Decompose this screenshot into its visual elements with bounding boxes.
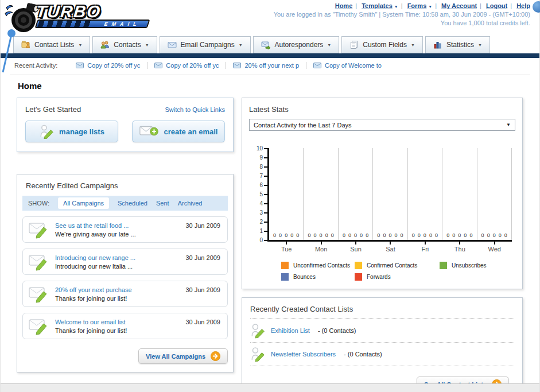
header-right: Home| Templates▼| Forms▼| My Account| Lo… [274, 2, 530, 26]
help-bubble-icon[interactable] [533, 1, 540, 13]
latest-stats-panel: Latest Stats Contact Activity for the La… [242, 98, 523, 289]
top-link-logout[interactable]: Logout [486, 2, 507, 9]
campaign-list-item[interactable]: See us at the retail food ... We're givi… [22, 216, 228, 243]
manage-lists-button[interactable]: manage lists [25, 121, 118, 142]
value-label: 0 [360, 232, 363, 238]
envelope-icon [76, 63, 84, 68]
tab-custom-fields[interactable]: Custom Fields ▼ [341, 36, 423, 53]
y-axis-tick [264, 194, 267, 195]
person-pencil-icon [250, 322, 265, 339]
top-link-label: Templates [362, 2, 393, 9]
value-label: 0 [343, 232, 345, 238]
top-nav: Home| Templates▼| Forms▼| My Account| Lo… [274, 2, 530, 9]
recent-activity-item[interactable]: 20% off your next p [226, 62, 306, 69]
contact-activity-chart: 012345678910 000000000000000000000000000… [252, 148, 512, 253]
header: TURBO EMAIL Home| Templates▼| Forms▼| My… [1, 0, 539, 36]
filter-all-campaigns[interactable]: All Campaigns [58, 197, 109, 209]
campaign-date: 30 Jun 2009 [185, 222, 220, 229]
recent-activity-item[interactable]: Copy of Welcome to [306, 62, 389, 69]
recent-activity-item[interactable]: Copy of 20% off yc [147, 62, 226, 69]
chart-day-group: 00000 [373, 148, 407, 240]
top-link-templates[interactable]: Templates▼ [362, 2, 398, 9]
tab-label: Autoresponders [275, 41, 324, 49]
chart-plot-area: 012345678910 000000000000000000000000000… [252, 148, 512, 242]
value-label: 0 [435, 232, 438, 238]
stats-period-value: Contact Activity for the Last 7 Days [254, 122, 352, 129]
tab-email-campaigns[interactable]: Email Campaigns ▼ [160, 36, 251, 53]
value-label: 0 [308, 232, 310, 238]
top-link-home[interactable]: Home [335, 2, 353, 9]
y-axis-label: 5 [259, 191, 263, 197]
recent-activity-link[interactable]: Copy of Welcome to [325, 62, 382, 69]
value-label: 0 [325, 232, 328, 238]
value-label: 0 [366, 232, 368, 238]
create-email-button[interactable]: create an email [132, 121, 225, 142]
orange-arrow-icon [211, 351, 220, 361]
switch-to-quick-links[interactable]: Switch to Quick Links [165, 106, 225, 113]
tab-label: Contacts [114, 41, 141, 49]
stats-period-select[interactable]: Contact Activity for the Last 7 Days ▼ [249, 119, 515, 131]
campaign-subtitle: Thanks for joining our list! [55, 327, 222, 334]
legend-item: Unconfirmed Contacts [281, 262, 355, 269]
y-axis-tick [264, 222, 267, 223]
filter-scheduled[interactable]: Scheduled [118, 200, 147, 207]
recent-activity-label: Recent Activity: [14, 62, 57, 69]
recent-activity-link[interactable]: Copy of 20% off yc [166, 62, 219, 69]
recent-activity-link[interactable]: Copy of 20% off yc [87, 62, 140, 69]
chart-day-group: 00000 [477, 148, 512, 240]
y-axis-label: 2 [259, 219, 263, 225]
divider [10, 75, 530, 75]
tab-contacts[interactable]: Contacts ▼ [92, 36, 157, 53]
legend-swatch [281, 262, 289, 269]
legend-item: Unsubscribes [440, 262, 515, 269]
tab-autoresponders[interactable]: Autoresponders ▼ [253, 36, 340, 53]
chevron-down-icon: ▼ [506, 122, 511, 127]
contact-list-item[interactable]: Newsletter Subscribers - (0 Contacts) [250, 343, 514, 366]
top-link-my-account[interactable]: My Account [441, 2, 477, 9]
recent-activity-link[interactable]: 20% off your next p [244, 62, 299, 69]
chevron-down-icon: ▼ [145, 43, 149, 47]
value-label: 0 [499, 232, 502, 238]
x-axis-label: Wed [477, 242, 512, 253]
y-axis-label: 0 [259, 237, 263, 243]
filter-sent[interactable]: Sent [156, 200, 169, 207]
campaign-subtitle: Thanks for joining our list! [55, 295, 222, 302]
x-axis-label: Fri [408, 242, 442, 253]
x-axis-label: Sun [339, 242, 373, 253]
tab-statistics[interactable]: Statistics ▼ [425, 36, 490, 53]
campaign-subtitle: Introducing our new Italia ... [55, 263, 222, 270]
campaign-list-item[interactable]: 20% off your next purchase Thanks for jo… [22, 281, 228, 307]
legend-label: Forwards [367, 274, 391, 280]
separator: | [401, 2, 403, 9]
x-axis-label: Thu [442, 242, 477, 253]
campaign-list-item[interactable]: Welcome to our email list Thanks for joi… [22, 313, 228, 339]
contact-list-item[interactable]: Exhibition List - (0 Contacts) [250, 319, 514, 343]
view-all-campaigns-button[interactable]: View All Campaigns [138, 348, 228, 364]
separator: | [510, 2, 512, 9]
legend-item: Bounces [281, 273, 355, 281]
tab-contact-lists[interactable]: Contact Lists ▼ [13, 36, 90, 53]
top-link-forms[interactable]: Forms▼ [407, 2, 433, 9]
campaign-list-item[interactable]: Introducing our new range ... Introducin… [22, 249, 228, 275]
envelope-icon [313, 63, 321, 68]
campaign-date: 30 Jun 2009 [185, 254, 220, 261]
tab-label: Custom Fields [363, 41, 407, 49]
x-axis-label: Sat [373, 242, 407, 253]
value-labels-row: 00000 [340, 232, 371, 238]
value-label: 0 [481, 232, 484, 238]
contact-list-link[interactable]: Exhibition List [271, 327, 310, 334]
chart-day-group: 00000 [339, 148, 373, 240]
x-axis-label: Tue [269, 242, 304, 253]
chevron-down-icon: ▼ [428, 5, 432, 9]
contact-list-count: - (0 Contacts) [344, 351, 382, 358]
people-icon [100, 40, 110, 49]
y-axis-tick [264, 212, 267, 214]
contact-list-link[interactable]: Newsletter Subscribers [271, 351, 336, 358]
top-link-help[interactable]: Help [516, 2, 530, 9]
recent-activity-item[interactable]: Copy of 20% off yc [69, 62, 147, 69]
envelope-pencil-icon [29, 285, 49, 303]
envelope-pencil-icon [29, 317, 49, 335]
recent-activity-bar: Recent Activity: Copy of 20% off yc Copy… [1, 58, 539, 73]
filter-archived[interactable]: Archived [178, 200, 203, 207]
value-label: 0 [389, 232, 391, 238]
